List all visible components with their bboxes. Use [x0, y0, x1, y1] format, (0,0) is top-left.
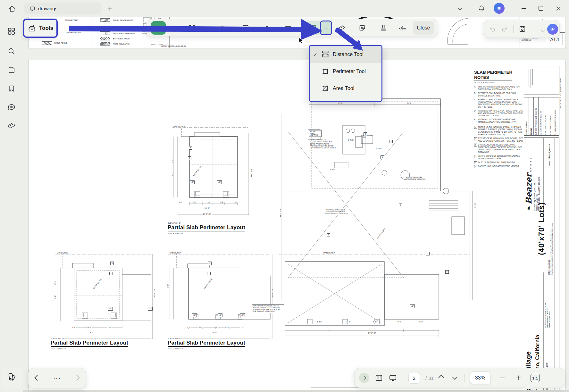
matchline-label: MATCHLINE A: [173, 125, 185, 127]
office-line: Jacksonville ▪ Orlando ▪ Boston ▪ Chicag…: [552, 221, 553, 275]
dim-label: 8'-0": [54, 281, 56, 285]
dim-label: 1'-2": [187, 326, 191, 328]
signature-button[interactable]: [396, 21, 409, 35]
stamp-button[interactable]: [377, 21, 390, 35]
note-text: DIMENSIONS PROVIDED ARE TO BASE OF TAPER…: [253, 305, 280, 312]
new-tab-button[interactable]: [106, 5, 113, 13]
dim-label: 34'-6" OA: [368, 332, 377, 334]
previous-page-button[interactable]: [439, 375, 443, 381]
save-dropdown[interactable]: [541, 28, 545, 34]
dim-label: 3'-6": [372, 321, 377, 323]
home-button[interactable]: [6, 3, 18, 14]
menu-item-area-tool[interactable]: Area Tool: [310, 80, 381, 97]
note-tag: 1: [474, 126, 477, 129]
menu-item-perimeter-tool[interactable]: Perimeter Tool: [310, 63, 381, 80]
actual-size-button[interactable]: 1:1: [531, 374, 540, 382]
legend-label: RIGID INSULATION: [113, 43, 130, 45]
ai-assistant-button[interactable]: [547, 24, 558, 35]
sidebar-item-bookmarks[interactable]: [8, 85, 16, 93]
note-tag: 4: [474, 155, 477, 158]
zoom-level-input[interactable]: 33%: [470, 371, 490, 384]
chevron-down-icon: [458, 6, 462, 10]
scale-label: SCALE: 1/4"=1'-0": [168, 232, 245, 235]
toolbar-divider: [513, 25, 514, 33]
redo-button[interactable]: [501, 25, 508, 32]
elev-tag: +0": [218, 313, 222, 317]
menu-item-label: Area Tool: [333, 86, 354, 91]
page-number-input[interactable]: 2: [408, 372, 420, 384]
note-text: TYP STOOP AT INSWING/SLIDER DOORS; SIZE …: [478, 137, 523, 142]
legend-label: SHELF ABOVE: [54, 42, 67, 44]
notifications-button[interactable]: [477, 4, 486, 13]
sidebar-item-comments[interactable]: [7, 103, 16, 112]
plan-c-title: ELEVATION 'C' Partial Slab Perimeter Lay…: [168, 338, 245, 350]
notes-title-line2: NOTES: [474, 75, 489, 80]
dim-label: 8'-0": [89, 332, 94, 334]
forward-button[interactable]: [75, 375, 79, 381]
expand-panel-button[interactable]: [359, 373, 369, 383]
sidebar-item-apps[interactable]: [7, 27, 16, 36]
sidebar-item-attachments[interactable]: [8, 122, 16, 130]
chevron-right-icon: [74, 375, 79, 380]
page-2: MATCHLINE A 1/4"/FT SLOPE 5 1 +0" +0" 1'…: [28, 60, 566, 392]
next-page-button[interactable]: [453, 375, 457, 381]
legend-swatch-shelf: [42, 41, 52, 45]
plan-marker: 5: [189, 146, 192, 150]
chevron-down-icon: [324, 25, 328, 30]
plan-marker: 6: [445, 270, 449, 274]
dim-label: 16'-2": [345, 321, 351, 323]
history-nav-pill: ···: [28, 368, 86, 388]
plot-date: PLOT DATE: 10/18/2006 04:21PM: [559, 66, 563, 108]
bottom-strip: [0, 390, 569, 392]
distance-tool-icon: [321, 50, 330, 59]
brand-web-text: www.bsbdesign.com: [548, 139, 551, 166]
more-pages-button[interactable]: ···: [53, 375, 61, 382]
elev-tag: +0": [240, 313, 245, 317]
revision-entry: PLAN CHECK 1 03-24-06: [543, 97, 548, 135]
dim-label: 1'-6": [206, 201, 211, 203]
plan-d-drawing: [55, 250, 154, 340]
avatar[interactable]: R: [494, 3, 505, 14]
ai-sparkle-icon: [549, 26, 556, 32]
zoom-out-button[interactable]: [499, 375, 506, 381]
notes-title-line1: SLAB PERIMETER: [474, 70, 512, 75]
document-tab-icon: [29, 6, 35, 12]
plan-marker: 5: [110, 262, 114, 265]
document-tab[interactable]: drawings: [24, 3, 101, 14]
close-toolbar-button[interactable]: Close: [413, 21, 434, 35]
legend-label: (NOTE_SYMBOLS) 10-10-05: [161, 45, 186, 47]
revision-entry: REVISED: [529, 97, 534, 135]
note-text: A/C PAD VERIFY LOCATION: [310, 130, 318, 136]
minimize-button[interactable]: [517, 4, 530, 13]
plan-b-drawing: [172, 124, 252, 220]
close-window-button[interactable]: [552, 4, 564, 13]
back-button[interactable]: [35, 375, 39, 381]
tools-button[interactable]: Tools: [23, 19, 58, 38]
sidebar-item-pages[interactable]: [7, 66, 16, 74]
theme-swatches-button[interactable]: [7, 372, 17, 382]
actual-size-label: 1:1: [532, 376, 538, 380]
page-view-mode-button[interactable]: [375, 374, 383, 382]
undo-button[interactable]: [489, 25, 496, 32]
dim-label: 2'-8½": [316, 321, 322, 323]
maximize-button[interactable]: [535, 4, 547, 13]
chevron-right-icon: [362, 376, 366, 380]
sidebar-item-search[interactable]: [7, 47, 16, 55]
tapered-column-note: DIMENSIONS PROVIDED ARE TO BASE OF TAPER…: [252, 304, 284, 313]
dim-label: 1'-4": [72, 326, 76, 328]
plan-marker: 1: [188, 156, 191, 160]
tabs-dropdown-button[interactable]: [458, 5, 462, 11]
dim-label: 17'-0": [338, 102, 343, 104]
presentation-mode-button[interactable]: [389, 374, 397, 382]
elev-tag: +0": [108, 307, 113, 311]
status-divider: [403, 374, 403, 382]
plan-marker: 5: [208, 262, 212, 265]
save-button[interactable]: [519, 25, 526, 33]
annotation-arrow-diagonal: [333, 28, 370, 54]
page-separator: /: [425, 375, 427, 381]
note-tag: 6: [474, 165, 477, 168]
note-tag: E.: [474, 118, 476, 121]
plan-marker: 1: [381, 155, 384, 159]
plan-marker: 1: [426, 252, 430, 255]
zoom-in-button[interactable]: [515, 375, 522, 381]
